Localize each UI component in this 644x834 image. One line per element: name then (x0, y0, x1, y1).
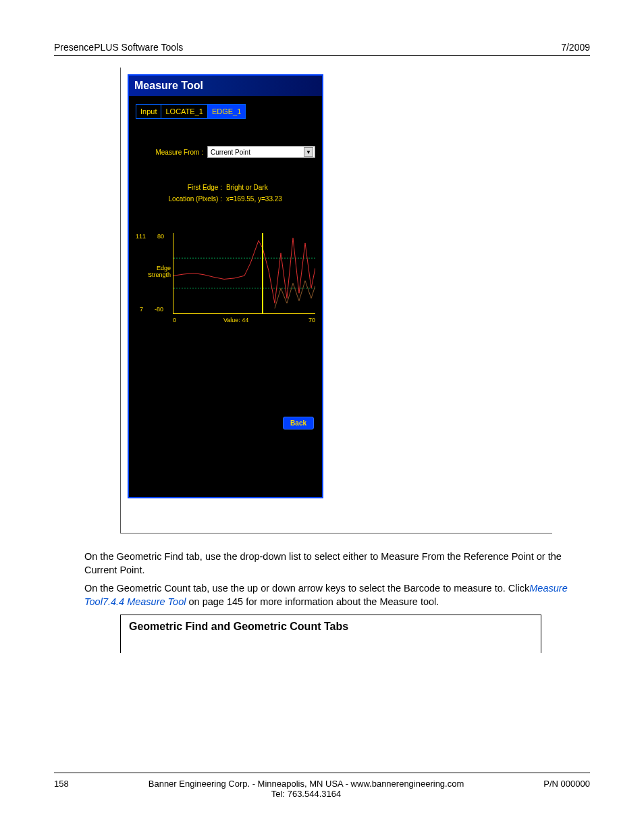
chart-plot-area (173, 233, 315, 314)
measure-from-label: Measure From : (136, 149, 203, 156)
y-outer-bot: 7 (140, 306, 143, 313)
figure-frame: Measure Tool Input LOCATE_1 EDGE_1 Measu… (120, 68, 552, 533)
info-block: First Edge : Bright or Dark Location (Pi… (136, 184, 315, 203)
subsection-title: Geometric Find and Geometric Count Tabs (129, 621, 533, 633)
y-axis-title: EdgeStrength (144, 265, 171, 279)
dropdown-value: Current Point (211, 149, 250, 156)
first-edge-value: Bright or Dark (226, 184, 268, 191)
y-inner-top: 80 (157, 233, 164, 240)
p2-text-a: On the Geometric Count tab, use the up o… (84, 583, 529, 594)
page-footer: 158 Banner Engineering Corp. - Minneapol… (54, 773, 590, 799)
chevron-down-icon: ▼ (304, 147, 313, 157)
tab-locate-1[interactable]: LOCATE_1 (161, 105, 207, 118)
back-button[interactable]: Back (283, 417, 314, 429)
tab-edge-1[interactable]: EDGE_1 (208, 105, 245, 118)
subsection-box: Geometric Find and Geometric Count Tabs (120, 615, 541, 653)
paragraph-2: On the Geometric Count tab, use the up o… (84, 582, 590, 608)
footer-center: Banner Engineering Corp. - Minneapolis, … (69, 779, 544, 799)
part-number: P/N 000000 (543, 779, 590, 799)
tab-bar: Input LOCATE_1 EDGE_1 (136, 104, 246, 119)
x-value: Value: 44 (223, 317, 248, 323)
header-title: PresencePLUS Software Tools (54, 42, 183, 53)
location-label: Location (Pixels) : (136, 195, 222, 203)
page-number: 158 (54, 779, 69, 799)
footer-line1: Banner Engineering Corp. - Minneapolis, … (69, 779, 544, 789)
tab-input[interactable]: Input (136, 105, 161, 118)
measure-from-row: Measure From : Current Point ▼ (136, 146, 315, 158)
measure-from-dropdown[interactable]: Current Point ▼ (207, 146, 315, 158)
footer-line2: Tel: 763.544.3164 (69, 789, 544, 799)
x-min: 0 (173, 317, 176, 323)
y-inner-bot: -80 (155, 306, 163, 313)
location-value: x=169.55, y=33.23 (226, 195, 282, 203)
edge-strength-chart: 111 80 7 -80 EdgeStrength 0 Value: 44 70 (136, 233, 315, 334)
y-outer-top: 111 (136, 233, 146, 240)
paragraph-1: On the Geometric Find tab, use the drop-… (84, 550, 590, 577)
first-edge-label: First Edge : (136, 184, 222, 191)
p2-text-b: on page 145 for more information about t… (186, 596, 439, 607)
header-date: 7/2009 (561, 42, 590, 53)
x-max: 70 (308, 317, 315, 323)
page-header: PresencePLUS Software Tools 7/2009 (54, 42, 590, 56)
measure-tool-panel: Measure Tool Input LOCATE_1 EDGE_1 Measu… (128, 74, 323, 498)
panel-title: Measure Tool (129, 76, 322, 96)
